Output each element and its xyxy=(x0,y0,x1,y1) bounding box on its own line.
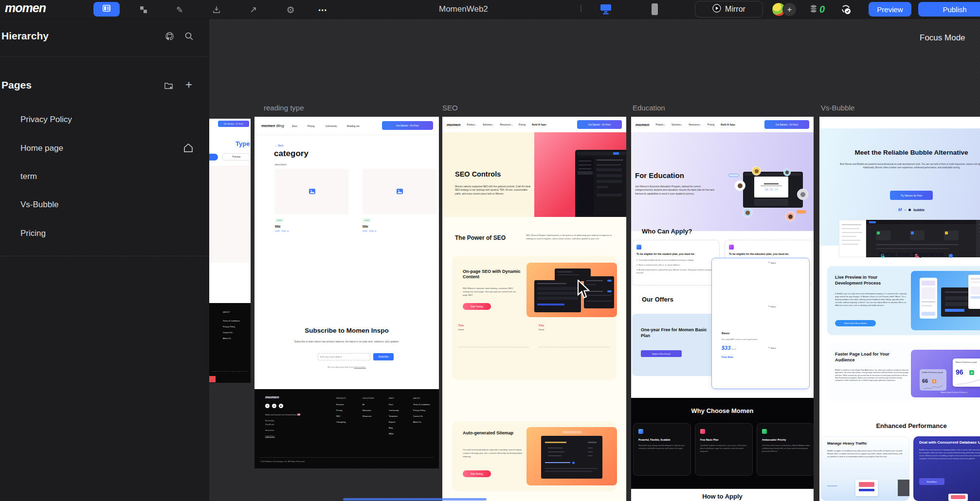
get-started-button[interactable]: Get Started – It's Free! xyxy=(382,121,433,130)
footer-newsletter-link[interactable]: Newsletter xyxy=(265,429,274,431)
footer-link[interactable]: About Us xyxy=(223,337,231,340)
live-preview-card[interactable]: Live Preview in Your Development Process… xyxy=(827,266,980,335)
start-setting-button[interactable]: Start Setting xyxy=(463,470,491,477)
artboard-label-reading-type[interactable]: reading type xyxy=(264,104,304,112)
subscribe-button[interactable]: Subscribe xyxy=(373,353,394,360)
artboard-vs-bubble[interactable]: Meet the Reliable Bubble Alternative Bot… xyxy=(819,117,980,501)
mobile-view-icon[interactable] xyxy=(651,3,658,18)
footer-link[interactable]: Features xyxy=(336,403,362,406)
start-testing-button[interactable]: Start Testing xyxy=(463,303,491,310)
why-card-ambassador[interactable]: Ambassador Priority You'll have the chan… xyxy=(757,423,814,476)
footer-link[interactable]: Templates xyxy=(389,415,414,417)
momen-logo[interactable]: momen xyxy=(447,123,460,127)
preview-button[interactable]: Preview xyxy=(869,2,911,17)
email-input[interactable] xyxy=(318,353,370,360)
footer-link[interactable]: FAQs xyxy=(389,432,414,435)
sidebar-item-home-page[interactable]: Home page xyxy=(20,143,63,153)
component-overlay-card[interactable]: *Name *Name Basic For simple APP such as… xyxy=(711,258,810,389)
nav-link-pricing[interactable]: Pricing xyxy=(519,124,526,126)
footer-link[interactable]: Contact Us xyxy=(223,331,233,334)
pen-tool-icon[interactable]: ✎ xyxy=(174,4,185,15)
footer-link[interactable]: Changelog xyxy=(336,421,362,423)
search-icon[interactable] xyxy=(184,31,194,41)
youtube-icon[interactable]: ▶ xyxy=(279,404,283,408)
focus-mode-label[interactable]: Focus Mode xyxy=(920,33,965,43)
momen-logo[interactable]: momen xyxy=(5,1,46,15)
more-icon[interactable]: ⋯ xyxy=(317,4,328,15)
nav-link-pricing[interactable]: Pricing xyxy=(708,124,714,126)
canvas-horizontal-scrollbar[interactable] xyxy=(343,498,487,501)
privacy-policy-link[interactable]: privacy policy. xyxy=(354,366,366,368)
x-icon[interactable]: X xyxy=(265,404,270,408)
settings-gear-icon[interactable]: ⚙ xyxy=(285,4,296,15)
footer-link[interactable]: SEO xyxy=(336,415,362,417)
nav-link-solutions[interactable]: Solutions∨ xyxy=(483,124,494,126)
nav-link-build-ai-apps[interactable]: Build AI Apps xyxy=(721,124,735,126)
nav-link-build-ai-apps[interactable]: Build AI Apps xyxy=(532,124,546,126)
sitemap-card[interactable]: Auto-generated Sitemap Our well-structur… xyxy=(452,422,617,491)
nav-link-resources[interactable]: Resources∨ xyxy=(500,124,512,126)
read-more-button[interactable]: Read More xyxy=(919,478,944,485)
footer-link[interactable]: Privacy Policy xyxy=(223,325,235,328)
add-page-icon[interactable]: + xyxy=(184,80,194,89)
nav-link-pricing[interactable]: Pricing xyxy=(308,125,314,127)
artboard-education[interactable]: momen Product∨ Solutions∨ Resources∨ Pri… xyxy=(631,117,814,501)
sidebar-item-privacy-policy[interactable]: Privacy Policy xyxy=(20,115,72,125)
add-folder-icon[interactable] xyxy=(163,81,173,90)
heavy-traffic-card[interactable]: Manage Heavy Traffic Bubble struggles at… xyxy=(821,436,909,501)
interactions-icon[interactable] xyxy=(248,4,259,15)
components-icon[interactable] xyxy=(138,4,149,15)
back-link[interactable]: ← Back xyxy=(275,144,284,147)
footer-link[interactable]: Showcase xyxy=(363,415,388,417)
momen-logo[interactable]: momen xyxy=(635,123,649,127)
artboard-label-vs-bubble[interactable]: Vs-Bubble xyxy=(821,104,854,112)
nav-link-solutions[interactable]: Solutions∨ xyxy=(671,124,683,126)
insert-icon[interactable] xyxy=(211,4,222,15)
footer-link[interactable]: Pricing xyxy=(336,409,362,412)
sidebar-item-pricing[interactable]: Pricing xyxy=(20,229,46,238)
artboard-partial[interactable]: Get Started – It's Free! Type Preview AB… xyxy=(209,119,251,383)
student-eligibility-card[interactable]: To be eligible for the student plan, you… xyxy=(632,240,720,286)
why-card-powerful[interactable]: Powerful, Flexible, Scalable Streamline … xyxy=(633,423,691,476)
faster-load-card[interactable]: Faster Page Load for Your Audience Bubbl… xyxy=(827,343,980,400)
footer-link[interactable]: Community xyxy=(389,409,414,412)
artboard-label-seo[interactable]: SEO xyxy=(442,104,458,112)
blog-card[interactable]: name title name · show_at xyxy=(275,169,349,232)
mirror-button[interactable]: Mirror xyxy=(695,1,763,18)
add-collaborator-button[interactable]: + xyxy=(782,2,797,17)
why-card-free-basic[interactable]: Free Basic Plan Qualified students or ed… xyxy=(695,423,753,476)
footer-legal-link[interactable]: Legal Docs xyxy=(265,435,274,437)
footer-link[interactable]: Terms & Conditions xyxy=(413,403,438,406)
nav-link-product[interactable]: Product∨ xyxy=(467,124,476,126)
get-started-button[interactable]: Get Started – It's Free! xyxy=(764,120,809,129)
momen-blog-logo[interactable]: momen Blog xyxy=(261,124,284,128)
get-started-button[interactable]: Get Started – It's Free! xyxy=(218,121,249,127)
footer-link[interactable]: Education xyxy=(363,409,388,412)
sidebar-item-vs-bubble[interactable]: Vs-Bubble xyxy=(20,200,58,210)
publish-button[interactable]: Publish xyxy=(918,2,980,17)
explore-plan-button[interactable]: Explore Plan Details xyxy=(641,350,682,357)
watch-mirror-button[interactable]: Watch How Mirror Works xyxy=(835,320,876,326)
frames-tool-button[interactable] xyxy=(93,2,120,17)
linkedin-icon[interactable]: in xyxy=(272,404,276,408)
footer-link[interactable]: Terms & Conditions xyxy=(223,320,240,322)
nav-link-community[interactable]: Community xyxy=(326,125,337,127)
footer-link[interactable]: Privacy Policy xyxy=(413,409,438,412)
free-now-link[interactable]: Free Now xyxy=(722,356,733,358)
octocat-icon[interactable] xyxy=(164,31,174,41)
desktop-view-icon[interactable] xyxy=(599,3,612,17)
footer-link[interactable]: AI xyxy=(363,403,388,406)
try-momen-button[interactable]: Try Momen for Free xyxy=(890,191,933,200)
footer-link[interactable]: Experts xyxy=(389,421,414,423)
footer-link[interactable]: Blog xyxy=(389,427,414,429)
get-started-button[interactable]: Get Started – It's Free! xyxy=(577,120,622,129)
preview-pill-button[interactable]: Preview xyxy=(222,153,251,161)
credits-indicator[interactable]: 0 xyxy=(810,4,825,15)
footer-link[interactable]: Docs xyxy=(389,403,414,406)
footer-link[interactable]: Contact Us xyxy=(413,415,438,417)
nav-link-product[interactable]: Product∨ xyxy=(655,124,665,126)
pill-button[interactable] xyxy=(209,154,218,161)
footer-link[interactable]: About Us xyxy=(413,421,438,423)
sync-status-icon[interactable] xyxy=(840,3,853,18)
nav-link-resources[interactable]: Resources∨ xyxy=(689,124,701,126)
